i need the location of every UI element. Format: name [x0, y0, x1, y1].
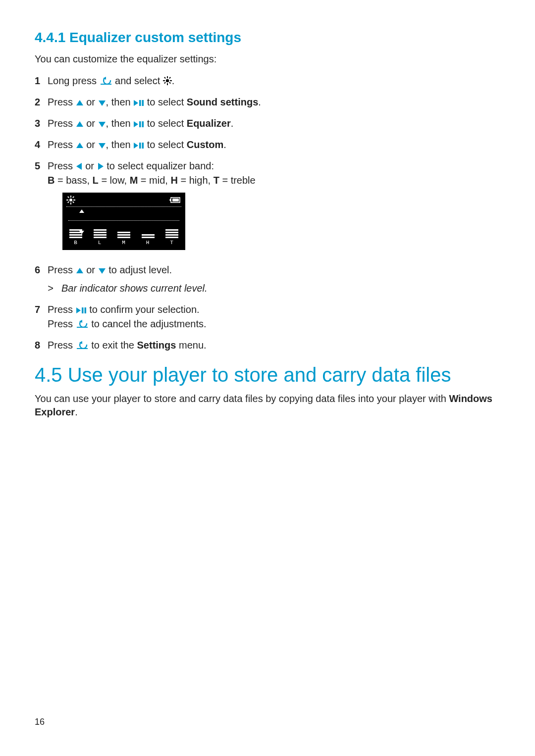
legend-label: T	[214, 175, 219, 186]
play-pause-icon	[133, 121, 144, 128]
step-text: .	[231, 118, 234, 129]
svg-rect-20	[73, 200, 75, 201]
play-pause-icon	[133, 100, 144, 106]
legend-text: = high,	[178, 175, 214, 186]
section-4-5-body: You can use your player to store and car…	[35, 392, 500, 419]
legend-label: L	[93, 175, 99, 186]
step-text: to select	[144, 97, 187, 107]
down-triangle-icon	[98, 267, 106, 274]
step-text: , then	[106, 118, 134, 129]
settings-gear-icon	[163, 76, 172, 85]
step-2: 2 Press or , then to select Sound settin…	[35, 95, 500, 109]
step-text: and select	[112, 75, 163, 86]
down-triangle-icon	[98, 142, 106, 149]
step-8: 8 Press to exit the Settings menu.	[35, 338, 500, 353]
up-triangle-icon	[76, 100, 84, 106]
svg-rect-29	[84, 307, 86, 313]
step-4: 4 Press or , then to select Custom.	[35, 138, 500, 152]
svg-point-1	[166, 79, 169, 82]
legend-label: M	[130, 175, 138, 186]
step-text: to select equalizer band:	[104, 160, 214, 171]
svg-rect-13	[142, 121, 144, 127]
svg-rect-11	[142, 100, 144, 106]
step-text: Press	[48, 340, 76, 351]
svg-rect-15	[142, 143, 144, 149]
back-icon	[76, 341, 89, 350]
step-text: Press	[48, 160, 76, 171]
step-text: .	[223, 139, 226, 150]
back-icon	[76, 319, 89, 328]
heading-4-5: 4.5 Use your player to store and carry d…	[35, 363, 500, 386]
svg-rect-2	[167, 76, 168, 78]
step-number: 2	[35, 95, 48, 109]
svg-rect-23	[72, 196, 74, 198]
eq-band-label: M	[122, 239, 126, 247]
svg-rect-27	[172, 199, 179, 202]
play-pause-icon	[76, 307, 87, 314]
svg-rect-26	[170, 199, 171, 201]
step-text: Press	[48, 139, 76, 150]
step-text: to exit the	[89, 340, 137, 351]
right-triangle-icon	[97, 162, 104, 170]
down-triangle-icon	[98, 121, 106, 128]
eq-band: L	[94, 218, 107, 247]
step-text: Press	[48, 304, 76, 315]
step-text: , then	[106, 97, 134, 107]
step-text: or	[84, 139, 98, 150]
svg-rect-22	[72, 201, 74, 203]
play-pause-icon	[133, 142, 144, 149]
eq-band-label: B	[74, 239, 78, 247]
svg-rect-10	[139, 100, 141, 106]
svg-point-16	[69, 199, 72, 202]
step-text: Press	[48, 318, 76, 329]
body-text: .	[75, 406, 78, 417]
up-triangle-icon	[76, 121, 84, 128]
step-number: 5	[35, 159, 48, 173]
step-text: to cancel the adjustments.	[89, 318, 207, 329]
step-6: 6 Press or to adjust level. > Bar indica…	[35, 263, 500, 296]
equalizer-screenshot: BLMHT	[62, 193, 185, 250]
svg-rect-4	[163, 80, 165, 81]
step-text: or	[84, 264, 98, 275]
result-marker: >	[48, 281, 61, 296]
result-text: Bar indicator shows current level.	[61, 281, 208, 296]
step-text: .	[172, 75, 175, 86]
eq-band: B	[69, 218, 82, 247]
svg-rect-21	[67, 196, 69, 198]
svg-rect-14	[139, 143, 141, 149]
eq-band-label: H	[146, 239, 150, 247]
svg-rect-24	[67, 201, 69, 203]
down-triangle-icon	[98, 100, 106, 106]
legend-text: = bass,	[54, 175, 92, 186]
step-5: 5 Press or to select equalizer band: B =…	[35, 159, 500, 256]
step-text: Long press	[48, 75, 100, 86]
up-triangle-icon	[76, 267, 84, 274]
left-triangle-icon	[76, 162, 83, 170]
step-text: menu.	[176, 340, 206, 351]
intro-text: You can customize the equalizer settings…	[35, 52, 500, 66]
step-number: 8	[35, 338, 48, 353]
step-text: , then	[106, 139, 134, 150]
body-text: You can use your player to store and car…	[35, 393, 449, 404]
heading-4-4-1: 4.4.1 Equalizer custom settings	[35, 30, 500, 46]
svg-rect-28	[82, 307, 84, 313]
eq-band: T	[165, 218, 178, 247]
step-text: to confirm your selection.	[87, 304, 200, 315]
step-3: 3 Press or , then to select Equalizer.	[35, 116, 500, 131]
step-number: 1	[35, 74, 48, 88]
steps-list: 1 Long press and select . 2 Press or , t…	[35, 74, 500, 353]
legend-text: = mid,	[138, 175, 170, 186]
step-text: .	[258, 97, 261, 107]
svg-rect-17	[70, 196, 71, 198]
step-7: 7 Press to confirm your selection. Press…	[35, 302, 500, 331]
step-text: or	[83, 160, 97, 171]
step-target: Custom	[187, 139, 223, 150]
step-target: Sound settings	[187, 97, 258, 107]
step-text: Press	[48, 97, 76, 107]
svg-rect-19	[66, 200, 68, 201]
svg-rect-8	[169, 77, 171, 79]
step-number: 3	[35, 116, 48, 131]
step-number: 6	[35, 263, 48, 277]
page-number: 16	[35, 717, 45, 727]
legend-label: B	[48, 175, 54, 186]
